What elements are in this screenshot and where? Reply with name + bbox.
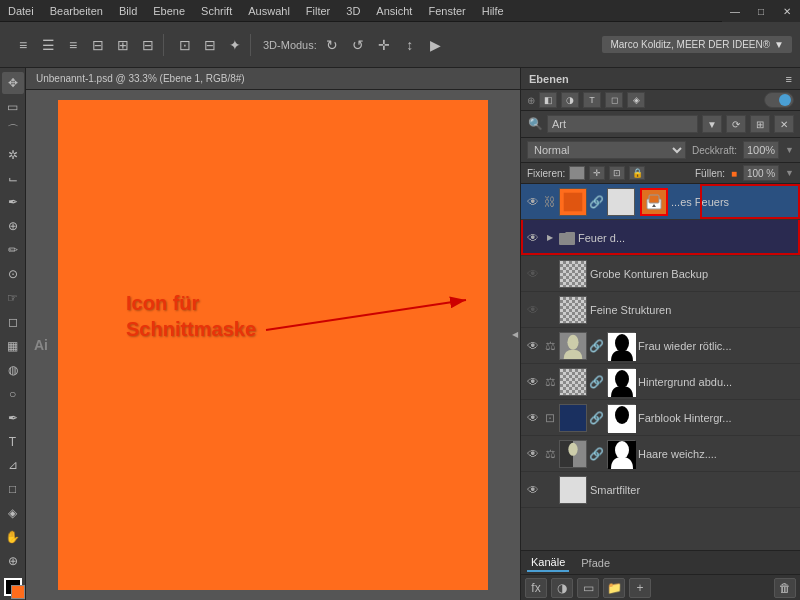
menu-3d[interactable]: 3D: [346, 5, 360, 17]
layer-visibility-eye[interactable]: 👁: [525, 410, 541, 426]
tool-hand[interactable]: ✋: [2, 526, 24, 548]
layer-visibility-eye[interactable]: 👁: [525, 194, 541, 210]
toolbar-distribute2[interactable]: ⊟: [137, 34, 159, 56]
lock-all-btn[interactable]: 🔒: [629, 166, 645, 180]
blend-mode-select[interactable]: Normal: [527, 141, 686, 159]
opacity-input[interactable]: [743, 141, 779, 159]
menu-bearbeiten[interactable]: Bearbeiten: [50, 5, 103, 17]
foreground-color[interactable]: [4, 578, 22, 596]
layer-visibility-eye[interactable]: 👁: [525, 482, 541, 498]
toolbar-align-center[interactable]: ☰: [37, 34, 59, 56]
fill-dropdown[interactable]: ▼: [785, 168, 794, 178]
tab-kanaele[interactable]: Kanäle: [527, 554, 569, 572]
action-mask[interactable]: ▭: [577, 578, 599, 598]
tool-3d[interactable]: ◈: [2, 502, 24, 524]
close-button[interactable]: ✕: [774, 0, 800, 22]
tool-blur[interactable]: ◍: [2, 359, 24, 381]
tool-gradient[interactable]: ▦: [2, 335, 24, 357]
layer-visibility-eye[interactable]: 👁: [525, 446, 541, 462]
minimize-button[interactable]: —: [722, 0, 748, 22]
layer-close-btn[interactable]: ✕: [774, 115, 794, 133]
layer-visibility-eye[interactable]: 👁: [525, 230, 541, 246]
tool-dodge[interactable]: ○: [2, 383, 24, 405]
maximize-button[interactable]: □: [748, 0, 774, 22]
toolbar-3d-slide[interactable]: ↕: [399, 34, 421, 56]
layer-search-input[interactable]: [547, 115, 698, 133]
layer-refresh-btn[interactable]: ⟳: [726, 115, 746, 133]
layer-expand-btn[interactable]: ▶: [544, 232, 556, 244]
layer-visibility-eye[interactable]: 👁: [525, 374, 541, 390]
toolbar-3d-scale[interactable]: ▶: [425, 34, 447, 56]
layer-item[interactable]: 👁 Smartfilter: [521, 472, 800, 508]
action-delete[interactable]: 🗑: [774, 578, 796, 598]
tool-eraser[interactable]: ◻: [2, 311, 24, 333]
layer-visibility-eye[interactable]: 👁: [525, 302, 541, 318]
toolbar-transform3[interactable]: ✦: [224, 34, 246, 56]
layer-options-btn[interactable]: ⊞: [750, 115, 770, 133]
lock-position-btn[interactable]: ✛: [589, 166, 605, 180]
layer-item[interactable]: 👁 Feine Strukturen: [521, 292, 800, 328]
layer-item[interactable]: 👁 Grobe Konturen Backup: [521, 256, 800, 292]
tool-move[interactable]: ✥: [2, 72, 24, 94]
tool-brush[interactable]: ✏: [2, 239, 24, 261]
layer-visibility-eye[interactable]: 👁: [525, 338, 541, 354]
panel-menu-icon[interactable]: ≡: [786, 73, 792, 85]
tab-pfade[interactable]: Pfade: [577, 555, 614, 571]
toolbar-transform2[interactable]: ⊟: [199, 34, 221, 56]
layer-filter-btn[interactable]: ▼: [702, 115, 722, 133]
lock-artboard-btn[interactable]: ⊡: [609, 166, 625, 180]
menu-filter[interactable]: Filter: [306, 5, 330, 17]
tool-crop[interactable]: ⌙: [2, 168, 24, 190]
toolbar-3d-pan[interactable]: ✛: [373, 34, 395, 56]
action-new-layer[interactable]: +: [629, 578, 651, 598]
toolbar-distribute[interactable]: ⊞: [112, 34, 134, 56]
toolbar-align-right[interactable]: ≡: [62, 34, 84, 56]
menu-bild[interactable]: Bild: [119, 5, 137, 17]
clip-mask-icon[interactable]: [640, 188, 668, 216]
toolbar-3d-rotate[interactable]: ↻: [321, 34, 343, 56]
tool-clone[interactable]: ⊙: [2, 263, 24, 285]
menu-datei[interactable]: Datei: [8, 5, 34, 17]
tool-heal[interactable]: ⊕: [2, 215, 24, 237]
tool-zoom[interactable]: ⊕: [2, 550, 24, 572]
lock-pixel-btn[interactable]: [569, 166, 585, 180]
tool-magic-wand[interactable]: ✲: [2, 144, 24, 166]
tool-type[interactable]: T: [2, 431, 24, 453]
tool-history[interactable]: ☞: [2, 287, 24, 309]
filter-smart[interactable]: ◈: [627, 92, 645, 108]
menu-schrift[interactable]: Schrift: [201, 5, 232, 17]
filter-shape[interactable]: ◻: [605, 92, 623, 108]
layer-visibility-eye[interactable]: 👁: [525, 266, 541, 282]
layer-item[interactable]: 👁 ⛓ 🔗 ...es Feuers: [521, 184, 800, 220]
tool-shape[interactable]: □: [2, 478, 24, 500]
tool-select[interactable]: ▭: [2, 96, 24, 118]
layer-item[interactable]: 👁 ⊡ 🔗 Farblook Hintergr...: [521, 400, 800, 436]
panel-collapse-handle[interactable]: ◀: [510, 314, 520, 354]
action-new-fill[interactable]: ◑: [551, 578, 573, 598]
tool-lasso[interactable]: ⌒: [2, 120, 24, 142]
action-fx[interactable]: fx: [525, 578, 547, 598]
layer-item[interactable]: 👁 ⚖ 🔗 Frau wiede: [521, 328, 800, 364]
toolbar-align-bottom[interactable]: ⊟: [87, 34, 109, 56]
fill-input[interactable]: [743, 165, 779, 181]
tool-pen[interactable]: ✒: [2, 407, 24, 429]
menu-hilfe[interactable]: Hilfe: [482, 5, 504, 17]
filter-type[interactable]: T: [583, 92, 601, 108]
menu-fenster[interactable]: Fenster: [428, 5, 465, 17]
tool-eyedropper[interactable]: ✒: [2, 192, 24, 214]
tool-path[interactable]: ⊿: [2, 455, 24, 477]
layer-item[interactable]: 👁 ⚖ 🔗 Hintergrund abdu...: [521, 364, 800, 400]
opacity-dropdown[interactable]: ▼: [785, 145, 794, 155]
action-group[interactable]: 📁: [603, 578, 625, 598]
layer-item[interactable]: 👁 ⚖ 🔗 Haare weic: [521, 436, 800, 472]
menu-ansicht[interactable]: Ansicht: [376, 5, 412, 17]
filter-toggle[interactable]: [764, 92, 794, 108]
menu-auswahl[interactable]: Auswahl: [248, 5, 290, 17]
menu-ebene[interactable]: Ebene: [153, 5, 185, 17]
toolbar-align-left[interactable]: ≡: [12, 34, 34, 56]
toolbar-transform1[interactable]: ⊡: [174, 34, 196, 56]
filter-pixel[interactable]: ◧: [539, 92, 557, 108]
layer-item[interactable]: 👁 ▶ Feuer d...: [521, 220, 800, 256]
toolbar-3d-roll[interactable]: ↺: [347, 34, 369, 56]
filter-adjustment[interactable]: ◑: [561, 92, 579, 108]
